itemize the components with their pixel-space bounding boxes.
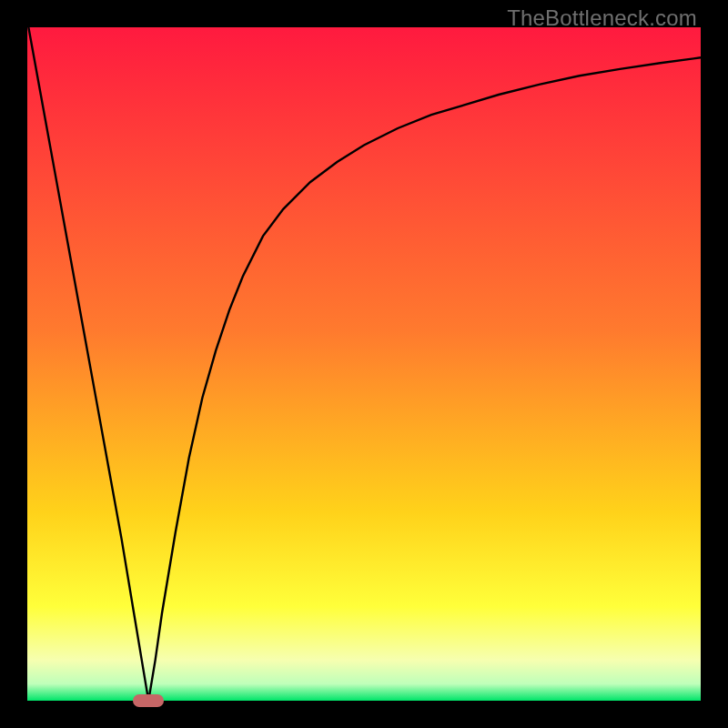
plot-area	[27, 27, 701, 701]
watermark-text: TheBottleneck.com	[507, 5, 697, 31]
line-series	[27, 27, 701, 701]
curve-path	[27, 21, 701, 701]
min-marker	[133, 694, 164, 707]
chart-canvas: TheBottleneck.com	[0, 0, 728, 728]
